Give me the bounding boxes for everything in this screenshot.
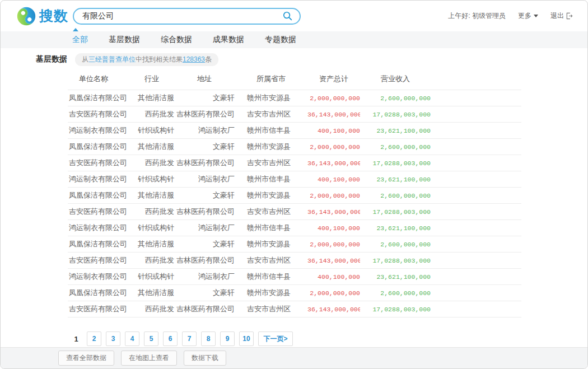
cell-revenue: 2,600,000,000	[360, 139, 431, 155]
results-table: 单位名称行业地址所属省市资产总计营业收入 凤凰保洁有限公司其他清洁服文豪轩赣州市…	[68, 70, 521, 317]
cell-filler	[431, 171, 521, 188]
cell-company: 吉安医药有限公司	[68, 155, 129, 171]
pagination-page-button[interactable]: 3	[106, 331, 120, 346]
cell-region: 吉安市吉州区	[235, 301, 307, 317]
cell-region: 赣州市信丰县	[235, 123, 307, 139]
pagination-next-button[interactable]: 下一页>	[258, 331, 293, 346]
table-row: 鸿运制衣有限公司针织或构针鸿运制衣厂赣州市信丰县400,100,00023,62…	[68, 220, 521, 236]
cell-revenue: 17,0288,003,000	[360, 301, 431, 317]
cell-address: 吉林医药有限公司	[174, 106, 235, 123]
cell-address: 吉林医药有限公司	[174, 253, 235, 269]
table-row: 吉安医药有限公司西药批发吉林医药有限公司吉安市吉州区36,143,000,000…	[68, 301, 521, 317]
cell-revenue: 23,621,100,000	[360, 123, 431, 139]
cell-company: 凤凰保洁有限公司	[68, 139, 129, 155]
search-input[interactable]	[82, 12, 282, 21]
cell-assets: 2,000,000,000	[307, 285, 360, 301]
cell-company: 吉安医药有限公司	[68, 106, 129, 123]
cell-assets: 2,000,000,000	[307, 236, 360, 253]
pagination-page-button[interactable]: 7	[182, 331, 197, 346]
result-middle: 中找到相关结果	[136, 55, 183, 63]
pagination-page-button[interactable]: 10	[239, 331, 254, 346]
more-menu-label: 更多	[518, 11, 531, 21]
data-download-button[interactable]: 数据下载	[184, 351, 226, 366]
cell-filler	[431, 123, 521, 139]
cell-address: 吉林医药有限公司	[174, 204, 235, 220]
logout-label: 退出	[550, 11, 564, 21]
cell-industry: 针织或构针	[129, 123, 174, 139]
tab-all[interactable]: 全部	[72, 35, 88, 45]
pagination-current-page: 1	[73, 335, 79, 343]
section-label: 基层数据	[36, 54, 67, 64]
cell-filler	[431, 269, 521, 285]
brand-logo-icon	[16, 6, 36, 26]
pagination-page-button[interactable]: 9	[220, 331, 235, 346]
cell-assets: 36,143,000,000	[307, 155, 360, 171]
pagination-page-button[interactable]: 5	[144, 331, 158, 346]
tab-base-data[interactable]: 基层数据	[109, 35, 140, 45]
logout-button[interactable]: 退出	[550, 11, 573, 21]
result-suffix: 条	[205, 55, 212, 63]
cell-address: 吉林医药有限公司	[174, 301, 235, 317]
cell-assets: 36,143,000,000	[307, 253, 360, 269]
table-row: 吉安医药有限公司西药批发吉林医药有限公司吉安市吉州区36,143,000,000…	[68, 204, 521, 220]
cell-region: 赣州市安源县	[235, 90, 307, 106]
cell-company: 凤凰保洁有限公司	[68, 285, 129, 301]
cell-industry: 西药批发	[129, 106, 174, 123]
source-link[interactable]: 三经普普查单位	[88, 55, 136, 63]
cell-filler	[431, 204, 521, 220]
cell-filler	[431, 253, 521, 269]
cell-region: 赣州市信丰县	[235, 171, 307, 188]
brand: 搜数	[16, 6, 68, 26]
cell-industry: 西药批发	[129, 301, 174, 317]
cell-company: 凤凰保洁有限公司	[68, 188, 129, 204]
pagination-page-button[interactable]: 2	[87, 331, 101, 346]
column-header: 营业收入	[360, 70, 431, 90]
header: 搜数 上午好: 初级管理员 更多 退出	[1, 1, 587, 31]
cell-address: 文豪轩	[174, 188, 235, 204]
cell-region: 赣州市安源县	[235, 236, 307, 253]
tab-composite-data[interactable]: 综合数据	[161, 35, 192, 45]
cell-filler	[431, 155, 521, 171]
result-count-link[interactable]: 128363	[183, 55, 205, 63]
cell-assets: 2,000,000,000	[307, 139, 360, 155]
more-menu[interactable]: 更多	[518, 11, 538, 21]
view-on-map-button[interactable]: 在地图上查看	[121, 351, 177, 366]
cell-filler	[431, 188, 521, 204]
cell-region: 赣州市信丰县	[235, 269, 307, 285]
cell-region: 吉安市吉州区	[235, 106, 307, 123]
results-area: 基层数据 从三经普普查单位中找到相关结果128363条 单位名称行业地址所属省市…	[1, 53, 587, 346]
cell-assets: 400,100,000	[307, 220, 360, 236]
table-row: 鸿运制衣有限公司针织或构针鸿运制衣厂赣州市信丰县400,100,00023,62…	[68, 269, 521, 285]
cell-company: 吉安医药有限公司	[68, 253, 129, 269]
cell-industry: 西药批发	[129, 253, 174, 269]
cell-region: 赣州市信丰县	[235, 220, 307, 236]
pagination-page-button[interactable]: 4	[125, 331, 139, 346]
table-row: 鸿运制衣有限公司针织或构针鸿运制衣厂赣州市信丰县400,100,00023,62…	[68, 123, 521, 139]
cell-assets: 36,143,000,000	[307, 106, 360, 123]
cell-industry: 针织或构针	[129, 171, 174, 188]
cell-company: 鸿运制衣有限公司	[68, 220, 129, 236]
pagination-page-button[interactable]: 6	[163, 331, 178, 346]
view-all-data-button[interactable]: 查看全部数据	[58, 351, 114, 366]
search-icon[interactable]	[282, 11, 293, 21]
result-summary-row: 基层数据 从三经普普查单位中找到相关结果128363条	[36, 53, 587, 66]
tab-topic-data[interactable]: 专题数据	[265, 35, 296, 45]
cell-region: 赣州市安源县	[235, 139, 307, 155]
cell-filler	[431, 301, 521, 317]
cell-company: 鸿运制衣有限公司	[68, 123, 129, 139]
cell-company: 吉安医药有限公司	[68, 301, 129, 317]
column-header: 所属省市	[235, 70, 307, 90]
cell-revenue: 23,621,100,000	[360, 220, 431, 236]
cell-revenue: 23,621,100,000	[360, 269, 431, 285]
table-row: 凤凰保洁有限公司其他清洁服文豪轩赣州市安源县2,000,000,0002,600…	[68, 188, 521, 204]
caret-down-icon	[534, 15, 538, 17]
table-row: 凤凰保洁有限公司其他清洁服文豪轩赣州市安源县2,000,000,0002,600…	[68, 285, 521, 301]
pagination: 1 2345678910 下一页>	[73, 331, 587, 346]
cell-company: 凤凰保洁有限公司	[68, 90, 129, 106]
search-box[interactable]	[73, 8, 301, 25]
cell-industry: 其他清洁服	[129, 139, 174, 155]
cell-company: 鸿运制衣有限公司	[68, 171, 129, 188]
tab-achievement-data[interactable]: 成果数据	[213, 35, 244, 45]
table-row: 凤凰保洁有限公司其他清洁服文豪轩赣州市安源县2,000,000,0002,600…	[68, 139, 521, 155]
pagination-page-button[interactable]: 8	[201, 331, 216, 346]
